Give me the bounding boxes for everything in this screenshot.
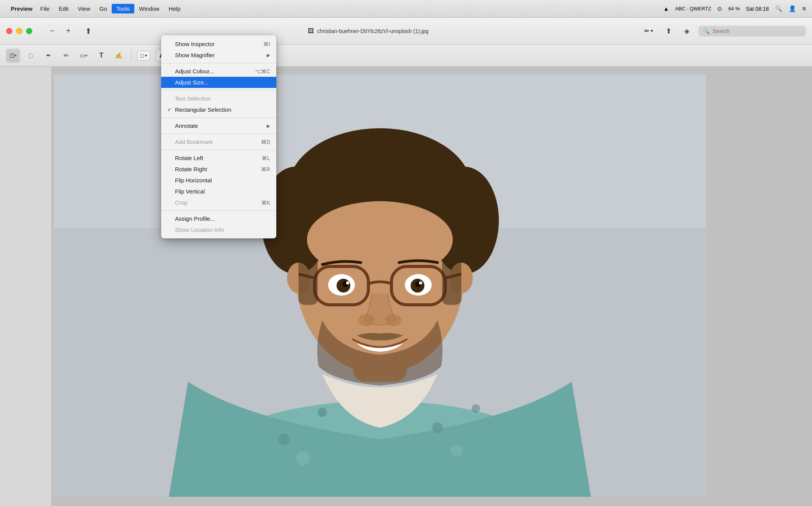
- border-dropdown-arrow: ▾: [145, 53, 147, 58]
- search-menubar-icon[interactable]: 🔍: [775, 5, 782, 12]
- adjust-colour-label: Adjust Colour...: [175, 68, 247, 74]
- svg-point-4: [318, 408, 327, 417]
- rotate-left-item[interactable]: Rotate Left ⌘L: [161, 152, 276, 164]
- sidebar-panel: [0, 67, 52, 506]
- menu-divider-3: [161, 117, 276, 118]
- abc-label: ABC · QWERTZ: [675, 6, 711, 12]
- search-icon: 🔍: [703, 28, 710, 34]
- annotate-arrow: ▶: [267, 123, 270, 129]
- search-input[interactable]: [713, 28, 801, 34]
- show-magnifier-item[interactable]: Show Magnifier ▶: [161, 50, 276, 61]
- menu-section-inspector: Show Inspector ⌘I Show Magnifier ▶: [161, 38, 276, 61]
- show-inspector-item[interactable]: Show Inspector ⌘I: [161, 38, 276, 50]
- assign-profile-item[interactable]: Assign Profile...: [161, 213, 276, 224]
- airdrop-icon[interactable]: ⊙: [717, 5, 722, 12]
- menu-section-bookmark: Add Bookmark ⌘D: [161, 136, 276, 148]
- svg-point-32: [346, 281, 349, 284]
- lasso-tool-button[interactable]: ◌: [24, 49, 38, 63]
- shapes-tool-button[interactable]: ▭ ▾: [77, 49, 91, 63]
- rotate-left-label: Rotate Left: [175, 155, 254, 161]
- menu-help[interactable]: Help: [164, 4, 185, 13]
- menu-divider-6: [161, 210, 276, 211]
- annotate-item[interactable]: Annotate ▶: [161, 120, 276, 131]
- add-bookmark-label: Add Bookmark: [175, 139, 253, 145]
- highlight-tool-button[interactable]: ✏: [59, 49, 73, 63]
- pencil-dropdown-arrow: ▾: [651, 28, 653, 33]
- rotate-right-label: Rotate Right: [175, 166, 253, 172]
- annotation-toolbar: ⊡ ▾ ◌ ✒ ✏ ▭ ▾ T ✍ □ ▾ A ▾: [0, 45, 812, 67]
- toolbar-right: ✏ ▾ ⬆ ◈ 🔍: [640, 24, 806, 38]
- menu-divider-2: [161, 90, 276, 91]
- menu-go[interactable]: Go: [95, 4, 112, 13]
- close-button[interactable]: [6, 28, 12, 34]
- app-name[interactable]: Preview: [11, 5, 33, 12]
- text-icon: T: [99, 51, 104, 60]
- markup-button[interactable]: ◈: [680, 24, 694, 38]
- flip-vertical-item[interactable]: Flip Vertical: [161, 186, 276, 197]
- menu-tools[interactable]: Tools: [112, 4, 134, 13]
- flip-horizontal-label: Flip Horizontal: [175, 177, 270, 184]
- share-toolbar-icon: ⬆: [666, 27, 672, 35]
- menu-window[interactable]: Window: [134, 4, 164, 13]
- zoom-out-icon: −: [50, 26, 54, 35]
- menu-section-profile: Assign Profile... Show Location Info: [161, 212, 276, 236]
- crop-item: Crop ⌘K: [161, 197, 276, 208]
- adjust-colour-shortcut: ⌥⌘C: [255, 68, 270, 74]
- text-tool-button[interactable]: T: [94, 49, 108, 63]
- rectangular-selection-label: Rectangular Selection: [175, 106, 270, 113]
- markup-pencil-button[interactable]: ✏ ▾: [640, 25, 657, 37]
- menu-divider-5: [161, 150, 276, 150]
- menu-divider-1: [161, 63, 276, 63]
- menu-section-selection: Text Selection ✓ Rectangular Selection: [161, 92, 276, 116]
- menubar: Preview File Edit View Go Tools Window H…: [0, 0, 812, 18]
- share-button[interactable]: ⬆: [81, 23, 96, 39]
- adjust-colour-item[interactable]: Adjust Colour... ⌥⌘C: [161, 66, 276, 77]
- photo-content: [54, 74, 706, 497]
- share-toolbar-button[interactable]: ⬆: [662, 24, 675, 38]
- signature-icon: ✍: [115, 52, 123, 59]
- adjust-size-item[interactable]: Adjust Size...: [161, 77, 276, 88]
- flip-horizontal-item[interactable]: Flip Horizontal: [161, 175, 276, 186]
- show-magnifier-label: Show Magnifier: [175, 52, 259, 58]
- border-style-icon: □: [140, 53, 144, 59]
- fullscreen-button[interactable]: [26, 28, 32, 34]
- svg-point-37: [358, 314, 375, 326]
- menu-section-annotate: Annotate ▶: [161, 119, 276, 132]
- profile-icon[interactable]: 👤: [789, 5, 796, 12]
- show-inspector-shortcut: ⌘I: [263, 41, 270, 47]
- show-location-info-item: Show Location Info: [161, 224, 276, 235]
- dropbox-icon[interactable]: ▲: [663, 5, 669, 12]
- draw-tool-button[interactable]: ✒: [41, 49, 55, 63]
- menu-view[interactable]: View: [73, 4, 95, 13]
- svg-rect-40: [442, 259, 461, 305]
- zoom-out-button[interactable]: −: [45, 23, 60, 39]
- zoom-in-button[interactable]: +: [61, 23, 76, 39]
- menu-file[interactable]: File: [36, 4, 54, 13]
- svg-point-36: [419, 281, 422, 284]
- list-icon[interactable]: ≡: [802, 5, 806, 12]
- selection-tool-button[interactable]: ⊡ ▾: [6, 49, 20, 63]
- image-display[interactable]: [54, 74, 706, 497]
- show-inspector-label: Show Inspector: [175, 41, 256, 47]
- rectangular-selection-item[interactable]: ✓ Rectangular Selection: [161, 104, 276, 115]
- clock-label: Sat 08:18: [746, 6, 769, 12]
- draw-icon: ✒: [46, 52, 51, 59]
- menu-divider-4: [161, 134, 276, 134]
- assign-profile-label: Assign Profile...: [175, 215, 270, 222]
- show-location-info-label: Show Location Info: [175, 227, 270, 233]
- svg-point-8: [451, 445, 463, 457]
- signature-tool-button[interactable]: ✍: [112, 49, 126, 63]
- file-icon: 🖼: [308, 28, 314, 35]
- main-toolbar: − + ⬆ 🖼 christian-buehner-DItYlc26zVI-un…: [0, 18, 812, 45]
- portrait-svg: [54, 74, 706, 497]
- adjust-size-label: Adjust Size...: [175, 79, 262, 86]
- border-style-dropdown[interactable]: □ ▾: [137, 51, 150, 61]
- text-selection-label: Text Selection: [175, 95, 270, 102]
- lasso-icon: ◌: [28, 52, 33, 59]
- battery-label: 64 %: [728, 6, 740, 12]
- crop-label: Crop: [175, 199, 254, 206]
- minimize-button[interactable]: [16, 28, 22, 34]
- rotate-right-item[interactable]: Rotate Right ⌘R: [161, 164, 276, 175]
- menu-edit[interactable]: Edit: [54, 4, 73, 13]
- svg-point-6: [472, 404, 480, 413]
